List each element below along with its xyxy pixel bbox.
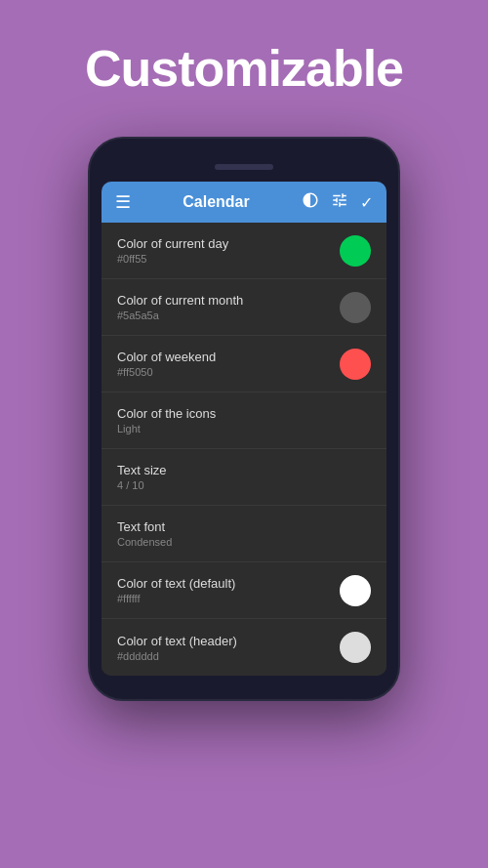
- settings-list: Color of current day #0ff55 Color of cur…: [102, 223, 386, 676]
- page-title: Customizable: [85, 39, 403, 98]
- settings-value-icons: Light: [117, 423, 216, 434]
- hamburger-icon[interactable]: ☰: [115, 191, 131, 213]
- settings-value-text-font: Condensed: [117, 536, 172, 548]
- settings-value-current-month: #5a5a5a: [117, 310, 243, 321]
- settings-item-text-size[interactable]: Text size 4 / 10: [102, 449, 386, 506]
- settings-label-current-month: Color of current month: [117, 293, 243, 308]
- settings-item-left: Color of weekend #ff5050: [117, 350, 216, 378]
- settings-item-color-current-month[interactable]: Color of current month #5a5a5a: [102, 279, 386, 336]
- color-swatch-gray[interactable]: [340, 292, 371, 323]
- phone-notch: [102, 156, 386, 178]
- settings-item-left: Color of current month #5a5a5a: [117, 293, 243, 321]
- color-swatch-green[interactable]: [340, 235, 371, 267]
- settings-label-text-font: Text font: [117, 519, 172, 534]
- settings-item-color-text-header[interactable]: Color of text (header) #dddddd: [102, 619, 386, 676]
- settings-item-left: Text size 4 / 10: [117, 463, 167, 491]
- settings-label-text-header: Color of text (header): [117, 634, 237, 648]
- phone-mockup: ☰ Calendar ✓: [88, 137, 400, 701]
- contrast-icon[interactable]: [302, 191, 319, 213]
- title-area: Customizable: [0, 0, 488, 127]
- color-swatch-light-gray[interactable]: [340, 632, 371, 663]
- toolbar-title: Calendar: [141, 193, 292, 211]
- settings-item-left: Color of text (default) #ffffff: [117, 576, 235, 604]
- settings-label-text-default: Color of text (default): [117, 576, 235, 591]
- settings-item-color-current-day[interactable]: Color of current day #0ff55: [102, 223, 386, 279]
- check-icon[interactable]: ✓: [360, 193, 373, 212]
- settings-value-weekend: #ff5050: [117, 366, 216, 378]
- settings-item-left: Color of text (header) #dddddd: [117, 634, 237, 662]
- settings-label-text-size: Text size: [117, 463, 167, 477]
- settings-item-left: Color of the icons Light: [117, 406, 216, 434]
- phone-outer-frame: ☰ Calendar ✓: [88, 137, 400, 701]
- color-swatch-white[interactable]: [340, 575, 371, 606]
- settings-label-icons: Color of the icons: [117, 406, 216, 421]
- phone-speaker: [215, 164, 273, 170]
- settings-item-color-icons[interactable]: Color of the icons Light: [102, 393, 386, 449]
- phone-screen: ☰ Calendar ✓: [102, 182, 386, 676]
- settings-value-text-header: #dddddd: [117, 650, 237, 662]
- settings-value-text-default: #ffffff: [117, 593, 235, 604]
- settings-item-color-text-default[interactable]: Color of text (default) #ffffff: [102, 562, 386, 619]
- settings-item-color-weekend[interactable]: Color of weekend #ff5050: [102, 336, 386, 393]
- settings-item-text-font[interactable]: Text font Condensed: [102, 506, 386, 562]
- color-swatch-red[interactable]: [340, 349, 371, 380]
- sliders-icon[interactable]: [331, 191, 348, 213]
- settings-item-left: Text font Condensed: [117, 519, 172, 548]
- settings-value-current-day: #0ff55: [117, 253, 228, 265]
- app-toolbar: ☰ Calendar ✓: [102, 182, 386, 223]
- settings-value-text-size: 4 / 10: [117, 479, 167, 491]
- settings-item-left: Color of current day #0ff55: [117, 236, 228, 265]
- toolbar-icons: ✓: [302, 191, 373, 213]
- settings-label-weekend: Color of weekend: [117, 350, 216, 364]
- settings-label-current-day: Color of current day: [117, 236, 228, 251]
